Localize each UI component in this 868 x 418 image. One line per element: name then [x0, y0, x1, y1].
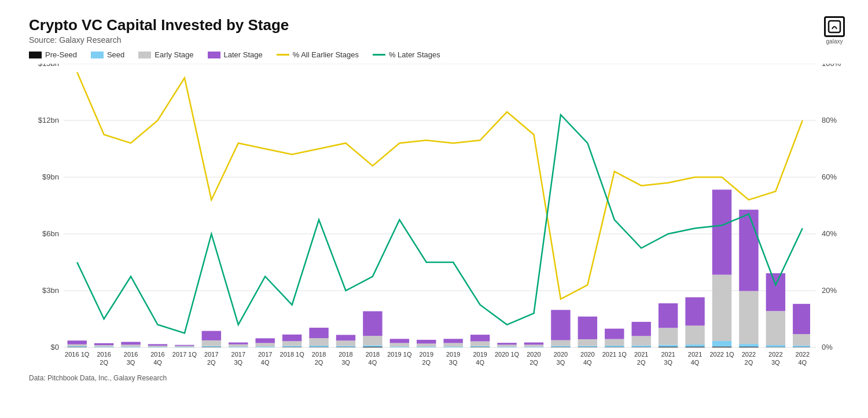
svg-rect-43 — [202, 331, 221, 340]
svg-text:2016 1Q: 2016 1Q — [65, 351, 90, 358]
svg-rect-73 — [417, 347, 436, 347]
svg-text:2022: 2022 — [796, 351, 810, 358]
svg-rect-110 — [659, 328, 678, 345]
svg-rect-26 — [94, 345, 113, 347]
svg-text:2Q: 2Q — [529, 359, 538, 366]
svg-rect-58 — [309, 338, 328, 346]
svg-text:2018 1Q: 2018 1Q — [280, 351, 305, 358]
chart-area: $15bn $12bn $9bn $6bn $3bn $0 100% 80% 6… — [29, 64, 845, 371]
svg-rect-93 — [551, 346, 570, 347]
svg-rect-63 — [336, 335, 355, 341]
svg-text:4Q: 4Q — [691, 359, 700, 366]
svg-text:2020: 2020 — [527, 351, 540, 358]
legend-green-line: % Later Stages — [373, 50, 440, 59]
svg-rect-38 — [175, 346, 194, 347]
svg-rect-80 — [470, 347, 490, 348]
svg-text:2021: 2021 — [634, 351, 648, 358]
svg-rect-108 — [659, 347, 678, 347]
svg-rect-113 — [685, 344, 704, 347]
svg-rect-105 — [632, 346, 651, 347]
svg-rect-64 — [363, 347, 382, 347]
svg-rect-117 — [712, 341, 731, 347]
svg-text:2021 1Q: 2021 1Q — [602, 351, 627, 358]
svg-rect-101 — [605, 346, 624, 347]
svg-rect-65 — [363, 346, 382, 347]
svg-text:2022 1Q: 2022 1Q — [709, 351, 734, 358]
chart-container: Crypto VC Capital Invested by Stage Sour… — [0, 0, 868, 418]
svg-rect-127 — [766, 273, 785, 311]
svg-rect-31 — [121, 342, 140, 345]
svg-text:40%: 40% — [822, 229, 837, 238]
svg-text:4Q: 4Q — [583, 359, 592, 366]
svg-text:4Q: 4Q — [476, 359, 484, 366]
svg-text:2022: 2022 — [768, 351, 782, 358]
legend-preseed-label: Pre-Seed — [45, 50, 77, 59]
svg-text:2019: 2019 — [446, 351, 460, 358]
svg-text:2Q: 2Q — [207, 359, 216, 366]
svg-text:2016: 2016 — [124, 351, 138, 358]
galaxy-logo: galaxy — [824, 16, 845, 45]
svg-rect-78 — [444, 343, 463, 347]
svg-text:2018: 2018 — [366, 351, 380, 358]
svg-text:3Q: 3Q — [557, 359, 565, 366]
svg-text:4Q: 4Q — [261, 359, 270, 366]
svg-rect-57 — [309, 346, 328, 347]
legend-yellow-line: % All Earlier Stages — [277, 50, 359, 59]
svg-text:2019: 2019 — [420, 351, 433, 358]
svg-text:100%: 100% — [822, 64, 841, 68]
svg-text:2020: 2020 — [554, 351, 568, 358]
svg-text:2018: 2018 — [339, 351, 352, 358]
svg-text:3Q: 3Q — [771, 359, 780, 366]
svg-text:2017: 2017 — [231, 351, 245, 358]
svg-rect-87 — [497, 343, 516, 344]
svg-rect-61 — [336, 346, 355, 347]
svg-rect-116 — [712, 347, 731, 347]
seed-swatch — [91, 52, 104, 58]
svg-text:2017 1Q: 2017 1Q — [172, 351, 197, 358]
svg-rect-37 — [175, 347, 194, 347]
svg-text:2016: 2016 — [150, 351, 164, 358]
svg-rect-81 — [470, 346, 490, 347]
svg-rect-96 — [578, 347, 597, 348]
svg-rect-54 — [282, 341, 301, 346]
svg-rect-99 — [578, 317, 597, 339]
svg-rect-120 — [739, 347, 758, 347]
svg-rect-23 — [68, 340, 87, 344]
svg-text:2Q: 2Q — [637, 359, 646, 366]
svg-rect-129 — [793, 346, 812, 347]
svg-rect-109 — [659, 345, 678, 347]
data-source: Data: Pitchbook Data, Inc., Galaxy Resea… — [29, 374, 845, 382]
svg-rect-94 — [551, 340, 570, 346]
svg-text:4Q: 4Q — [798, 359, 807, 366]
svg-rect-66 — [363, 336, 382, 345]
svg-rect-27 — [94, 343, 113, 345]
svg-rect-102 — [605, 339, 624, 346]
svg-rect-71 — [390, 339, 409, 343]
svg-text:2019 1Q: 2019 1Q — [387, 351, 412, 358]
legend-early-label: Early Stage — [155, 50, 193, 59]
svg-rect-69 — [390, 347, 409, 347]
svg-rect-115 — [685, 298, 704, 326]
svg-rect-56 — [309, 347, 328, 348]
svg-text:3Q: 3Q — [449, 359, 458, 366]
svg-rect-122 — [739, 291, 758, 344]
svg-rect-22 — [68, 344, 87, 346]
svg-rect-30 — [121, 345, 140, 347]
svg-rect-75 — [417, 340, 436, 344]
svg-rect-67 — [363, 311, 382, 336]
svg-rect-62 — [336, 340, 355, 346]
legend-later: Later Stage — [208, 50, 263, 59]
svg-rect-97 — [578, 346, 597, 347]
svg-text:2019: 2019 — [473, 351, 487, 358]
svg-rect-42 — [202, 340, 221, 346]
svg-rect-112 — [685, 347, 704, 347]
svg-rect-39 — [175, 345, 194, 346]
svg-text:2Q: 2Q — [422, 359, 431, 366]
svg-text:2021: 2021 — [688, 351, 702, 358]
svg-rect-121 — [739, 344, 758, 347]
svg-rect-130 — [793, 334, 812, 346]
svg-rect-104 — [632, 347, 651, 348]
svg-rect-124 — [766, 347, 785, 348]
svg-rect-55 — [282, 335, 301, 341]
galaxy-logo-icon — [824, 16, 845, 37]
